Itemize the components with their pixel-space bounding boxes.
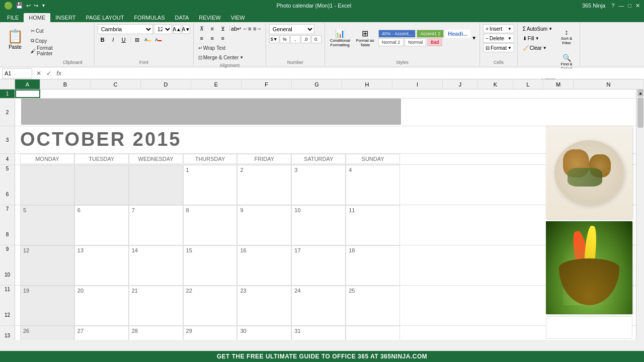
align-bottom-btn[interactable]: ⊻ <box>218 24 228 33</box>
col-header-d[interactable]: D <box>141 79 191 89</box>
tab-page-layout[interactable]: PAGE LAYOUT <box>80 13 129 22</box>
insert-dropdown[interactable]: ▼ <box>508 27 512 31</box>
cell-reference-box[interactable]: A1 <box>2 68 32 78</box>
cal-cell-w2d6[interactable]: 10 <box>291 205 346 245</box>
col-header-k[interactable]: K <box>478 79 513 89</box>
cal-cell-w3d4[interactable]: 15 <box>183 245 237 286</box>
fill-dropdown[interactable]: ▼ <box>535 36 539 41</box>
cancel-formula-btn[interactable]: ✕ <box>34 69 43 78</box>
row-num-5-6[interactable]: 56 <box>0 165 15 205</box>
cell-row2[interactable] <box>15 99 644 126</box>
cal-cell-w5d6[interactable]: 31 <box>291 326 346 340</box>
decrease-decimal-btn[interactable]: 0. <box>311 35 321 43</box>
col-header-c[interactable]: C <box>91 79 141 89</box>
tab-file[interactable]: FILE <box>2 13 24 22</box>
col-header-f[interactable]: F <box>242 79 292 89</box>
tab-data[interactable]: DATA <box>170 13 194 22</box>
delete-dropdown[interactable]: ▼ <box>508 36 512 41</box>
indent-decrease-btn[interactable]: ←≡ <box>242 24 252 33</box>
clear-button[interactable]: 🧹 Clear ▼ <box>521 43 554 52</box>
cut-button[interactable]: ✂ Cut <box>29 26 54 35</box>
cal-cell-w5d7[interactable] <box>346 326 400 340</box>
text-direction-btn[interactable]: ab↵ <box>231 24 242 33</box>
cal-cell-w4d2[interactable]: 20 <box>74 286 129 326</box>
tab-review[interactable]: REVIEW <box>194 13 225 22</box>
col-header-b[interactable]: B <box>40 79 91 89</box>
italic-button[interactable]: I <box>108 35 118 44</box>
align-right-btn[interactable]: ≡ <box>218 34 228 43</box>
cal-cell-w3d7[interactable]: 18 <box>346 245 400 286</box>
indent-increase-btn[interactable]: ≡→ <box>253 24 263 33</box>
insert-function-btn[interactable]: fx <box>54 69 63 78</box>
row-num-13[interactable]: 13 <box>0 326 15 340</box>
cell-rest-1[interactable] <box>40 89 644 98</box>
col-header-a[interactable]: A <box>15 79 40 89</box>
cal-cell-w1d4[interactable]: 1 <box>183 165 237 205</box>
align-top-btn[interactable]: ⊼ <box>197 24 207 33</box>
cal-cell-w3d3[interactable]: 14 <box>129 245 183 286</box>
cal-cell-w2d5[interactable]: 9 <box>237 205 291 245</box>
percent-btn[interactable]: % <box>280 35 290 43</box>
row-num-4[interactable]: 4 <box>0 154 15 164</box>
format-dropdown[interactable]: ▼ <box>508 46 512 50</box>
quick-access-save[interactable]: 💾 <box>16 2 23 9</box>
cal-cell-w4d1[interactable]: 19 <box>20 286 74 326</box>
style-heading[interactable]: Headi... <box>445 30 470 38</box>
maximize-btn[interactable]: □ <box>628 3 631 9</box>
row-num-3[interactable]: 3 <box>0 126 15 153</box>
cal-cell-w5d2[interactable]: 27 <box>74 326 129 340</box>
quick-access-undo[interactable]: ↩ <box>26 3 31 9</box>
cal-cell-w1d6[interactable]: 3 <box>291 165 346 205</box>
sort-filter-button[interactable]: ↕ Sort & Filter <box>556 24 577 49</box>
format-as-table-button[interactable]: ⊞ Format asTable <box>353 24 377 52</box>
tab-insert[interactable]: INSERT <box>50 13 80 22</box>
cell-a1[interactable] <box>15 89 40 98</box>
align-middle-btn[interactable]: ≡ <box>207 24 217 33</box>
minimize-btn[interactable]: — <box>618 3 624 9</box>
font-name-select[interactable]: Cambria <box>98 24 153 34</box>
font-size-decrease[interactable]: A▼ <box>182 25 190 34</box>
scrollbar-thumb[interactable] <box>637 98 643 128</box>
formula-input[interactable] <box>65 68 642 78</box>
font-size-increase[interactable]: A▲ <box>173 25 181 34</box>
number-format-select[interactable]: General <box>269 24 314 34</box>
help-btn[interactable]: ? <box>611 3 614 9</box>
paste-button[interactable]: 📋 Paste <box>3 24 27 54</box>
scrollbar-up[interactable]: ▲ <box>637 89 643 97</box>
cal-cell-w4d3[interactable]: 21 <box>129 286 183 326</box>
cal-cell-w2d2[interactable]: 6 <box>74 205 129 245</box>
style-normal2[interactable]: Normal 2 <box>378 38 404 46</box>
comma-btn[interactable]: , <box>290 35 300 43</box>
font-color-button[interactable]: A▬ <box>153 35 164 44</box>
merge-dropdown-icon[interactable]: ▼ <box>239 55 244 60</box>
row-num-7-8[interactable]: 78 <box>0 205 15 245</box>
bold-button[interactable]: B <box>98 35 108 44</box>
format-button[interactable]: ⊟ Format ▼ <box>483 43 514 52</box>
cal-cell-w4d6[interactable]: 24 <box>291 286 346 326</box>
cal-cell-w4d7[interactable]: 25 <box>346 286 400 326</box>
clear-dropdown[interactable]: ▼ <box>543 46 547 50</box>
style-normal[interactable]: Normal <box>405 38 426 46</box>
col-header-j[interactable]: J <box>443 79 478 89</box>
cal-cell-w3d2[interactable]: 13 <box>74 245 129 286</box>
vertical-scrollbar[interactable]: ▲ <box>636 89 644 340</box>
tab-home[interactable]: HOME <box>24 13 50 22</box>
delete-button[interactable]: − Delete ▼ <box>483 34 514 43</box>
wrap-text-button[interactable]: ↵ Wrap Text <box>197 43 263 52</box>
cal-cell-w1d7[interactable]: 4 <box>346 165 400 205</box>
quick-access-dropdown[interactable]: ▼ <box>41 3 46 8</box>
cal-cell-w3d1[interactable]: 12 <box>20 245 74 286</box>
col-header-n[interactable]: N <box>574 79 644 89</box>
row-num-2[interactable]: 2 <box>0 99 15 126</box>
align-center-btn[interactable]: ≡ <box>207 34 217 43</box>
cal-cell-w4d5[interactable]: 23 <box>237 286 291 326</box>
col-header-i[interactable]: I <box>392 79 443 89</box>
cal-cell-w2d1[interactable]: 5 <box>20 205 74 245</box>
style-accent1[interactable]: 40% - Accent... <box>378 30 416 38</box>
col-header-l[interactable]: L <box>513 79 543 89</box>
col-header-m[interactable]: M <box>543 79 574 89</box>
quick-access-redo[interactable]: ↪ <box>34 3 38 9</box>
fill-button[interactable]: ⬇ Fill ▼ <box>521 34 554 43</box>
copy-button[interactable]: ⧉ Copy <box>29 36 54 45</box>
insert-button[interactable]: + Insert ▼ <box>483 24 514 33</box>
